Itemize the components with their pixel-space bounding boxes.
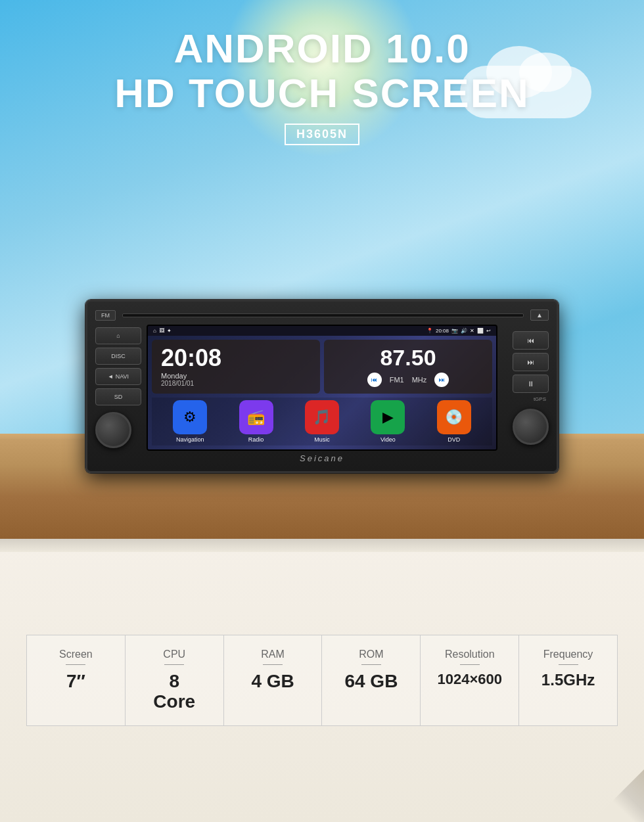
back-status-icon: ↩ — [486, 328, 491, 334]
dvd-icon-box: 💿 — [437, 400, 471, 434]
close-status-icon: ✕ — [470, 328, 474, 334]
spec-resolution-value: 1024×600 — [437, 672, 502, 687]
spec-cpu: CPU 8Core — [125, 635, 223, 726]
spec-rom-value: 64 GB — [344, 672, 398, 692]
left-knob[interactable] — [95, 412, 131, 448]
clock-time: 20:08 — [161, 346, 311, 370]
radio-frequency: 87.50 — [380, 346, 436, 369]
clock-date: 2018/01/01 — [161, 380, 311, 387]
radio-band: FM1 — [390, 376, 404, 384]
sd-button[interactable]: SD — [95, 388, 141, 405]
app-dvd[interactable]: 💿 DVD — [437, 400, 471, 443]
navigation-icon: ⚙ — [183, 409, 196, 426]
app-music[interactable]: 🎵 Music — [305, 400, 339, 443]
right-knob[interactable] — [513, 409, 549, 445]
spec-screen-divider — [66, 664, 85, 665]
volume-status-icon: 🔊 — [461, 328, 467, 334]
nav-bar-signal-icon: ✦ — [167, 328, 172, 334]
clock-widget: 20:08 Monday 2018/01/01 — [152, 340, 320, 394]
info-widget-row: 20:08 Monday 2018/01/01 87.50 ⏮ FM1 — [152, 340, 492, 394]
window-status-icon: ⬜ — [477, 328, 484, 334]
spec-rom-divider — [361, 664, 381, 665]
navi-button[interactable]: ◄ NAVI — [95, 368, 141, 385]
spec-resolution-divider — [460, 664, 480, 665]
navi-icon: ◄ — [108, 373, 114, 380]
next-track-button[interactable]: ⏭ — [513, 353, 549, 371]
spec-frequency-value: 1.5GHz — [541, 672, 595, 689]
fm-badge: FM — [95, 310, 116, 321]
navigation-icon-box: ⚙ — [173, 400, 207, 434]
music-label: Music — [314, 436, 330, 443]
status-bar: ⌂ 🖼 ✦ 📍 20:08 📷 🔊 ✕ ⬜ ↩ — [148, 326, 496, 336]
spec-screen-value: 7″ — [66, 672, 85, 692]
spec-screen: Screen 7″ — [26, 635, 125, 726]
hero-section: ANDROID 10.0 HD TOUCH SCREEN H3605N FM ▲… — [0, 0, 644, 539]
prev-track-button[interactable]: ⏮ — [513, 331, 549, 350]
video-label: Video — [380, 436, 396, 443]
radio-band-row: ⏮ FM1 MHz ⏭ — [367, 373, 449, 387]
screen-background: 20:08 Monday 2018/01/01 87.50 ⏮ FM1 — [148, 336, 496, 449]
music-icon: 🎵 — [313, 409, 331, 426]
specs-section: Screen 7″ CPU 8Core RAM 4 GB ROM 64 GB R… — [0, 539, 644, 822]
status-left: ⌂ 🖼 ✦ — [153, 328, 172, 334]
spec-screen-label: Screen — [59, 649, 93, 660]
spec-frequency-divider — [559, 664, 578, 665]
disc-button[interactable]: DISC — [95, 348, 141, 365]
model-badge: H3605N — [285, 124, 359, 145]
radio-app-icon: 📻 — [247, 409, 265, 426]
status-time: 20:08 — [436, 328, 449, 334]
app-radio[interactable]: 📻 Radio — [239, 400, 273, 443]
right-button-panel: ⏮ ⏭ ⏸ tGPS — [503, 331, 549, 445]
specs-grid: Screen 7″ CPU 8Core RAM 4 GB ROM 64 GB R… — [26, 635, 618, 726]
dvd-label: DVD — [448, 436, 460, 443]
dvd-icon: 💿 — [445, 409, 463, 426]
stereo-unit: FM ▲ ⌂ DISC ◄ NAVI — [85, 300, 559, 473]
left-button-panel: ⌂ DISC ◄ NAVI SD — [95, 327, 141, 448]
gps-label: tGPS — [534, 396, 549, 402]
spec-rom: ROM 64 GB — [321, 635, 420, 726]
stereo-main-body: ⌂ DISC ◄ NAVI SD — [95, 325, 549, 451]
music-icon-box: 🎵 — [305, 400, 339, 434]
stereo-body: FM ▲ ⌂ DISC ◄ NAVI — [85, 300, 559, 473]
spec-rom-label: ROM — [359, 649, 383, 660]
home-button[interactable]: ⌂ — [95, 327, 141, 344]
spec-cpu-label: CPU — [163, 649, 185, 660]
title-line1: ANDROID 10.0 — [0, 26, 644, 71]
hero-title-block: ANDROID 10.0 HD TOUCH SCREEN H3605N — [0, 26, 644, 145]
home-icon: ⌂ — [116, 332, 120, 339]
nav-bar-img-icon: 🖼 — [159, 328, 164, 334]
stereo-brand: Seicane — [95, 453, 549, 463]
spec-cpu-divider — [164, 664, 184, 665]
navi-label: NAVI — [116, 373, 129, 380]
disc-label: DISC — [111, 353, 126, 359]
spec-cpu-value: 8Core — [153, 672, 195, 712]
spec-resolution-label: Resolution — [445, 649, 495, 660]
cd-slot — [122, 313, 524, 317]
location-icon: 📍 — [426, 328, 433, 334]
app-icons-row: ⚙ Navigation 📻 Radio — [152, 398, 492, 445]
spec-ram-value: 4 GB — [251, 672, 294, 692]
app-video[interactable]: ▶ Video — [371, 400, 405, 443]
camera-status-icon: 📷 — [451, 328, 458, 334]
spec-ram-label: RAM — [261, 649, 285, 660]
clock-day: Monday — [161, 372, 311, 380]
android-screen[interactable]: ⌂ 🖼 ✦ 📍 20:08 📷 🔊 ✕ ⬜ ↩ — [147, 325, 497, 451]
radio-widget: 87.50 ⏮ FM1 MHz ⏭ — [324, 340, 492, 394]
video-icon: ▶ — [382, 409, 394, 426]
spec-ram-divider — [263, 664, 283, 665]
radio-prev-button[interactable]: ⏮ — [367, 373, 382, 387]
radio-label: Radio — [248, 436, 264, 443]
eject-button[interactable]: ▲ — [530, 309, 549, 321]
step-fwd-button[interactable]: ⏸ — [513, 375, 549, 393]
app-navigation[interactable]: ⚙ Navigation — [173, 400, 207, 443]
radio-icon-box: 📻 — [239, 400, 273, 434]
nav-bar-home-icon: ⌂ — [153, 328, 156, 334]
status-right: 📍 20:08 📷 🔊 ✕ ⬜ ↩ — [426, 328, 491, 334]
spec-frequency: Frequency 1.5GHz — [518, 635, 618, 726]
radio-unit: MHz — [412, 376, 427, 384]
video-icon-box: ▶ — [371, 400, 405, 434]
spec-ram: RAM 4 GB — [223, 635, 322, 726]
sd-label: SD — [114, 394, 123, 400]
spec-resolution: Resolution 1024×600 — [420, 635, 518, 726]
radio-next-button[interactable]: ⏭ — [434, 373, 449, 387]
